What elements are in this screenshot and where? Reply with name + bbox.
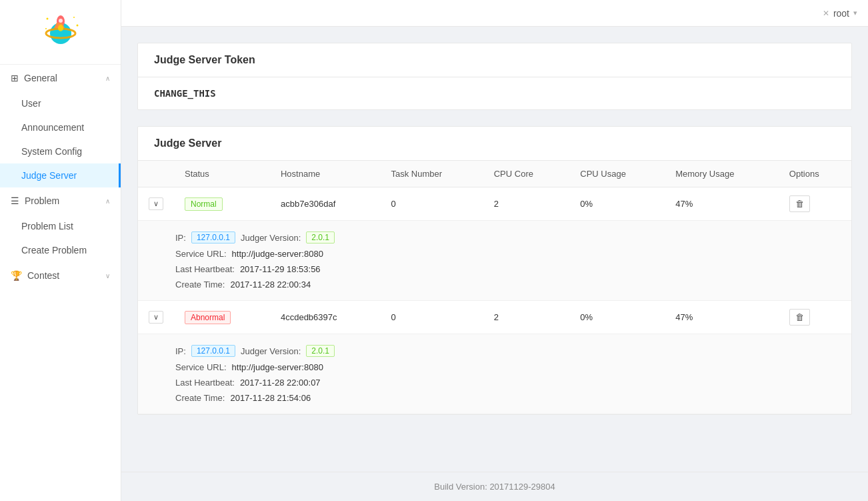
expanded-cell-1: IP: 127.0.0.1 Judger Version: 2.0.1 Serv… xyxy=(138,221,851,301)
cpu-core-cell-2: 2 xyxy=(483,301,570,334)
nav-group-problem: ☰ Problem ∧ Problem List Create Problem xyxy=(0,187,121,262)
sidebar-item-user[interactable]: User xyxy=(0,91,121,115)
expand-button-2[interactable]: ∨ xyxy=(149,311,163,324)
status-cell-2: Abnormal xyxy=(174,301,270,334)
svg-point-8 xyxy=(76,25,78,27)
table-th-status: Status xyxy=(174,161,270,187)
footer-text: Build Version: 20171129-29804 xyxy=(434,482,555,492)
info-line-create-1: Create Time: 2017-11-28 22:00:34 xyxy=(175,280,835,290)
nav-group-header-contest[interactable]: 🏆 Contest ∨ xyxy=(0,262,121,289)
nav-group-label-general: General xyxy=(24,73,57,83)
info-line-service-1: Service URL: http://judge-server:8080 xyxy=(175,249,835,259)
sidebar-item-label-judge-server: Judge Server xyxy=(21,170,77,181)
nav-group-header-general[interactable]: ⊞ General ∧ xyxy=(0,65,121,91)
svg-point-6 xyxy=(46,18,48,20)
nav-group-header-problem[interactable]: ☰ Problem ∧ xyxy=(0,187,121,214)
table-header-row: Status Hostname Task Number CPU Core CPU… xyxy=(138,161,851,187)
judge-server-card-body: Status Hostname Task Number CPU Core CPU… xyxy=(138,161,851,414)
ip-value-2: 127.0.0.1 xyxy=(191,345,235,357)
sidebar-item-label-create-problem: Create Problem xyxy=(21,245,87,256)
create-time-label-1: Create Time: xyxy=(175,280,225,290)
list-icon: ☰ xyxy=(11,195,19,206)
svg-point-9 xyxy=(45,28,47,29)
delete-button-1[interactable]: 🗑 xyxy=(789,195,810,212)
trophy-icon: 🏆 xyxy=(11,270,22,281)
table-row-2: ∨ Abnormal 4ccdedb6397c 0 2 0% 47 xyxy=(138,301,851,334)
table-row: ∨ Normal acbb7e306daf 0 2 0% 47% xyxy=(138,187,851,221)
grid-icon: ⊞ xyxy=(11,73,19,83)
sidebar: ⊞ General ∧ User Announcement System Con… xyxy=(0,0,121,501)
topbar: ✕ root ▾ xyxy=(121,0,868,27)
nav-group-label-problem: Problem xyxy=(25,195,59,206)
user-menu[interactable]: ✕ root ▾ xyxy=(823,8,857,19)
cpu-core-cell-1: 2 xyxy=(483,187,570,221)
expanded-row-2: IP: 127.0.0.1 Judger Version: 2.0.1 Serv… xyxy=(138,334,851,414)
expanded-content-2: IP: 127.0.0.1 Judger Version: 2.0.1 Serv… xyxy=(175,345,835,403)
info-line-create-2: Create Time: 2017-11-28 21:54:06 xyxy=(175,393,835,403)
token-card: Judge Server Token CHANGE_THIS xyxy=(137,43,852,110)
sidebar-item-system-config[interactable]: System Config xyxy=(0,139,121,163)
create-time-value-2: 2017-11-28 21:54:06 xyxy=(230,393,311,403)
judge-server-card-header: Judge Server xyxy=(138,127,851,161)
last-heartbeat-label-2: Last Heartbeat: xyxy=(175,378,235,388)
sidebar-item-label-announcement: Announcement xyxy=(21,122,84,133)
svg-point-5 xyxy=(58,25,63,31)
judger-version-label-2: Judger Version: xyxy=(241,346,301,356)
logo-area xyxy=(0,0,121,65)
judge-server-card-title: Judge Server xyxy=(154,137,221,149)
hostname-cell-2: 4ccdedb6397c xyxy=(270,301,381,334)
sidebar-item-create-problem[interactable]: Create Problem xyxy=(0,238,121,262)
table-th-options: Options xyxy=(779,161,851,187)
sidebar-item-problem-list[interactable]: Problem List xyxy=(0,214,121,238)
info-line-service-2: Service URL: http://judge-server:8080 xyxy=(175,362,835,372)
last-heartbeat-value-1: 2017-11-29 18:53:56 xyxy=(240,264,321,274)
trash-icon-1: 🗑 xyxy=(795,199,804,209)
info-line-ip-2: IP: 127.0.0.1 Judger Version: 2.0.1 xyxy=(175,345,835,357)
footer: Build Version: 20171129-29804 xyxy=(121,472,868,501)
service-url-label-1: Service URL: xyxy=(175,249,227,259)
content-area: Judge Server Token CHANGE_THIS Judge Ser… xyxy=(121,27,868,472)
service-url-value-1: http://judge-server:8080 xyxy=(232,249,323,259)
chevron-up-icon-problem: ∧ xyxy=(105,197,110,205)
logo-icon xyxy=(41,12,81,52)
info-line-ip-1: IP: 127.0.0.1 Judger Version: 2.0.1 xyxy=(175,231,835,243)
token-card-body: CHANGE_THIS xyxy=(138,77,851,109)
table-th-cpu-usage: CPU Usage xyxy=(569,161,665,187)
options-cell-2: 🗑 xyxy=(779,301,851,334)
expand-button-1[interactable]: ∨ xyxy=(149,197,163,210)
delete-button-2[interactable]: 🗑 xyxy=(789,309,810,326)
service-url-label-2: Service URL: xyxy=(175,362,227,372)
sidebar-item-label-system-config: System Config xyxy=(21,146,82,157)
nav-group-general: ⊞ General ∧ User Announcement System Con… xyxy=(0,65,121,187)
trash-icon-2: 🗑 xyxy=(795,312,804,322)
nav-group-contest: 🏆 Contest ∨ xyxy=(0,262,121,289)
last-heartbeat-label-1: Last Heartbeat: xyxy=(175,264,235,274)
cpu-usage-cell-2: 0% xyxy=(569,301,665,334)
hostname-cell-1: acbb7e306daf xyxy=(270,187,381,221)
token-card-header: Judge Server Token xyxy=(138,43,851,77)
info-line-heartbeat-2: Last Heartbeat: 2017-11-28 22:00:07 xyxy=(175,378,835,388)
token-card-title: Judge Server Token xyxy=(154,54,255,65)
info-line-heartbeat-1: Last Heartbeat: 2017-11-29 18:53:56 xyxy=(175,264,835,274)
sidebar-item-label-problem-list: Problem List xyxy=(21,221,73,231)
cpu-usage-cell-1: 0% xyxy=(569,187,665,221)
status-cell-1: Normal xyxy=(174,187,270,221)
status-badge-1: Normal xyxy=(185,197,223,211)
service-url-value-2: http://judge-server:8080 xyxy=(232,362,323,372)
judger-version-value-1: 2.0.1 xyxy=(306,231,335,243)
chevron-up-icon: ∧ xyxy=(105,75,110,82)
last-heartbeat-value-2: 2017-11-28 22:00:07 xyxy=(240,378,321,388)
judger-version-value-2: 2.0.1 xyxy=(306,345,335,357)
sidebar-item-announcement[interactable]: Announcement xyxy=(0,115,121,139)
table-th-task-number: Task Number xyxy=(381,161,483,187)
judge-server-table-wrapper: Status Hostname Task Number CPU Core CPU… xyxy=(138,161,851,414)
memory-usage-cell-1: 47% xyxy=(665,187,779,221)
expanded-content-1: IP: 127.0.0.1 Judger Version: 2.0.1 Serv… xyxy=(175,231,835,290)
table-th-expand xyxy=(138,161,174,187)
dropdown-icon: ▾ xyxy=(853,9,857,17)
create-time-label-2: Create Time: xyxy=(175,393,225,403)
sidebar-item-judge-server[interactable]: Judge Server xyxy=(0,163,121,187)
ip-label-1: IP: xyxy=(175,233,186,243)
ip-label-2: IP: xyxy=(175,346,186,356)
svg-point-4 xyxy=(59,19,63,23)
